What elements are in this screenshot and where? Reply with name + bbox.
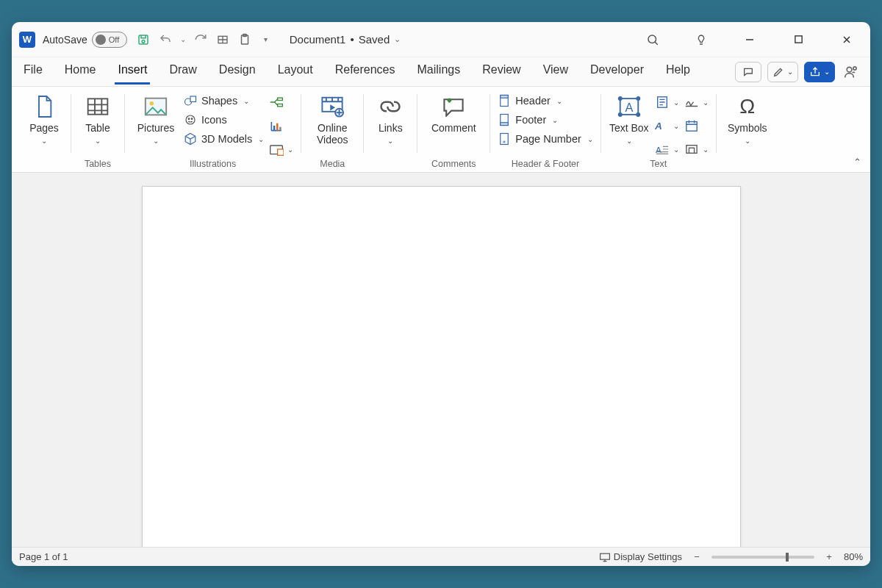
zoom-level[interactable]: 80% (844, 551, 863, 562)
search-icon[interactable] (639, 26, 666, 53)
svg-rect-18 (278, 104, 283, 107)
display-settings-button[interactable]: Display Settings (599, 551, 682, 562)
header-icon (498, 94, 511, 107)
link-icon (378, 94, 403, 119)
svg-rect-23 (278, 149, 284, 155)
tab-draw[interactable]: Draw (166, 59, 199, 85)
svg-rect-17 (278, 98, 283, 100)
pictures-button[interactable]: Pictures ⌄ (132, 91, 179, 145)
header-button[interactable]: Header ⌄ (498, 94, 592, 107)
hf-group-label: Header & Footer (512, 159, 579, 169)
qat-grid-icon[interactable] (215, 32, 230, 47)
tab-design[interactable]: Design (216, 59, 259, 85)
group-media: Online Videos Media (301, 90, 363, 172)
text-box-button[interactable]: A Text Box ⌄ (609, 91, 650, 145)
online-videos-button[interactable]: Online Videos (309, 91, 356, 146)
svg-text:A: A (656, 145, 662, 155)
editing-mode-button[interactable]: ⌄ (767, 62, 798, 82)
symbols-button[interactable]: Ω Symbols ⌄ (724, 91, 771, 145)
autosave-label: AutoSave (43, 34, 87, 46)
page-number-icon: # (498, 132, 511, 146)
object-button[interactable]: ⌄ (684, 141, 709, 157)
icons-button[interactable]: Icons (184, 113, 264, 126)
svg-point-11 (150, 101, 154, 106)
group-tables: Table ⌄ Tables (71, 90, 124, 172)
comment-label: Comment (431, 122, 476, 134)
zoom-in-button[interactable]: + (823, 551, 835, 562)
tab-layout[interactable]: Layout (275, 59, 316, 85)
tab-home[interactable]: Home (62, 59, 99, 85)
svg-point-8 (853, 66, 856, 69)
tab-review[interactable]: Review (479, 59, 523, 85)
svg-rect-19 (273, 126, 276, 131)
screenshot-button[interactable]: ⌄ (268, 141, 293, 157)
tables-group-label: Tables (85, 159, 111, 169)
smartart-button[interactable] (268, 94, 293, 110)
date-time-button[interactable] (684, 118, 709, 134)
comment-button[interactable]: Comment (425, 91, 482, 134)
svg-rect-44 (600, 553, 609, 559)
redo-icon[interactable] (193, 32, 208, 47)
page-number-button[interactable]: # Page Number ⌄ (498, 132, 592, 146)
word-logo-icon: W (19, 32, 35, 48)
qat-customize-icon[interactable]: ▾ (264, 35, 268, 43)
undo-icon[interactable] (158, 32, 173, 47)
tab-references[interactable]: References (332, 59, 398, 85)
quick-parts-button[interactable]: ⌄ (654, 94, 679, 110)
autosave-toggle[interactable]: Off (92, 32, 127, 48)
illustrations-group-label: Illustrations (190, 159, 236, 169)
shapes-button[interactable]: Shapes ⌄ (184, 94, 264, 107)
document-page[interactable] (142, 186, 741, 547)
account-icon[interactable] (841, 62, 861, 82)
tab-developer[interactable]: Developer (587, 59, 647, 85)
minimize-button[interactable] (736, 26, 763, 53)
tab-insert[interactable]: Insert (115, 59, 150, 85)
svg-rect-41 (686, 122, 697, 132)
table-icon (85, 94, 110, 119)
svg-point-7 (847, 67, 852, 72)
zoom-slider[interactable] (711, 556, 814, 559)
window-controls (639, 26, 860, 53)
3d-models-button[interactable]: 3D Models ⌄ (184, 132, 264, 146)
drop-cap-button[interactable]: A⌄ (654, 141, 679, 157)
cube-icon (184, 132, 197, 146)
document-title[interactable]: Document1 • Saved ⌄ (290, 33, 401, 46)
tab-mailings[interactable]: Mailings (415, 59, 464, 85)
zoom-out-button[interactable]: − (691, 551, 703, 562)
comments-pane-button[interactable] (735, 62, 761, 82)
collapse-ribbon-button[interactable]: ⌃ (853, 157, 861, 168)
lightbulb-icon[interactable] (688, 26, 714, 53)
save-icon[interactable] (136, 32, 151, 47)
maximize-button[interactable] (785, 26, 811, 53)
svg-text:#: # (503, 140, 506, 144)
app-window: W AutoSave Off ⌄ ▾ Docum (12, 22, 870, 566)
svg-point-37 (637, 113, 639, 116)
svg-point-5 (648, 35, 656, 43)
qat-paste-icon[interactable] (237, 32, 252, 47)
table-button[interactable]: Table ⌄ (79, 91, 117, 145)
group-header-footer: Header ⌄ Footer ⌄ # Page Nu (490, 90, 600, 172)
quick-access-toolbar: ⌄ ▾ (136, 32, 268, 47)
group-pages: Pages ⌄ (18, 90, 71, 172)
svg-rect-13 (190, 96, 196, 102)
tab-file[interactable]: File (21, 59, 46, 85)
wordart-button[interactable]: A⌄ (654, 118, 679, 134)
tab-help[interactable]: Help (663, 59, 693, 85)
signature-line-button[interactable]: ⌄ (684, 94, 709, 110)
chart-button[interactable] (268, 118, 293, 134)
links-button[interactable]: Links ⌄ (371, 91, 409, 145)
close-button[interactable] (833, 26, 860, 53)
comment-icon (441, 94, 466, 119)
tab-view[interactable]: View (540, 59, 571, 85)
svg-rect-29 (501, 123, 509, 126)
pages-button[interactable]: Pages ⌄ (25, 91, 63, 145)
status-bar: Page 1 of 1 Display Settings − + 80% (12, 547, 870, 566)
share-button[interactable]: ⌄ (804, 62, 835, 82)
svg-rect-6 (795, 36, 801, 43)
document-canvas[interactable] (12, 173, 870, 547)
pages-icon (32, 94, 57, 119)
page-indicator[interactable]: Page 1 of 1 (19, 551, 68, 562)
ribbon-tabs-row: File Home Insert Draw Design Layout Refe… (12, 57, 870, 87)
undo-more-icon[interactable]: ⌄ (180, 35, 186, 43)
footer-button[interactable]: Footer ⌄ (498, 113, 592, 126)
